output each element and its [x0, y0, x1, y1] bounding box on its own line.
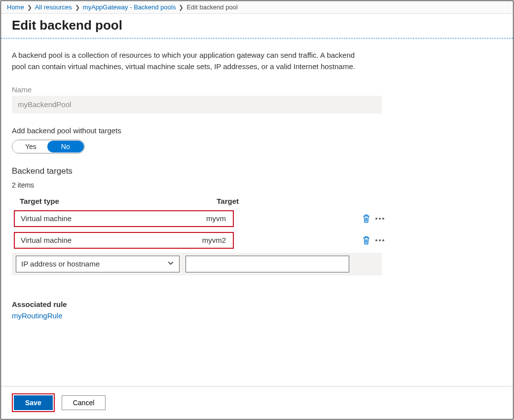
target-value: myvm2	[184, 236, 227, 244]
target-value: myvm	[184, 214, 227, 223]
more-icon[interactable]	[375, 218, 384, 220]
more-icon[interactable]	[375, 239, 384, 241]
footer: Save Cancel	[1, 386, 513, 419]
breadcrumb-home[interactable]: Home	[7, 3, 24, 11]
target-type-select[interactable]: IP address or hostname	[16, 256, 180, 272]
toggle-yes[interactable]: Yes	[12, 140, 49, 153]
without-targets-toggle[interactable]: Yes No	[12, 140, 85, 153]
name-input[interactable]	[12, 96, 382, 114]
breadcrumb-gateway-pools[interactable]: myAppGateway - Backend pools	[83, 3, 176, 11]
description-text: A backend pool is a collection of resour…	[12, 49, 367, 73]
cancel-button[interactable]: Cancel	[62, 395, 106, 410]
chevron-down-icon	[167, 260, 174, 268]
chevron-right-icon: ❯	[179, 4, 184, 11]
breadcrumb-current: Edit backend pool	[186, 3, 237, 11]
target-type-select-value: IP address or hostname	[21, 260, 100, 268]
associated-rule-link[interactable]: myRoutingRule	[12, 311, 63, 320]
page-title: Edit backend pool	[12, 18, 502, 33]
save-highlight: Save	[12, 393, 55, 412]
chevron-right-icon: ❯	[27, 4, 32, 11]
target-row: Virtual machine myvm	[12, 209, 502, 228]
without-targets-label: Add backend pool without targets	[12, 126, 502, 135]
chevron-right-icon: ❯	[75, 4, 80, 11]
associated-rule-label: Associated rule	[12, 300, 502, 308]
target-box[interactable]: Virtual machine myvm2	[14, 232, 234, 249]
trash-icon[interactable]	[362, 235, 370, 245]
breadcrumb: Home ❯ All resources ❯ myAppGateway - Ba…	[1, 1, 513, 14]
target-value-input[interactable]	[185, 256, 349, 272]
toggle-no[interactable]: No	[47, 141, 84, 153]
new-target-row: IP address or hostname	[12, 253, 382, 275]
col-target: Target	[187, 194, 251, 208]
backend-targets-heading: Backend targets	[12, 166, 502, 176]
trash-icon[interactable]	[362, 214, 370, 224]
name-label: Name	[12, 85, 502, 94]
target-box[interactable]: Virtual machine myvm	[14, 210, 234, 227]
target-row: Virtual machine myvm2	[12, 231, 502, 250]
targets-count: 2 items	[12, 181, 502, 189]
breadcrumb-all-resources[interactable]: All resources	[35, 3, 72, 11]
target-type-value: Virtual machine	[21, 236, 184, 244]
col-target-type: Target type	[12, 194, 187, 208]
target-type-value: Virtual machine	[21, 214, 184, 223]
save-button[interactable]: Save	[14, 395, 53, 410]
